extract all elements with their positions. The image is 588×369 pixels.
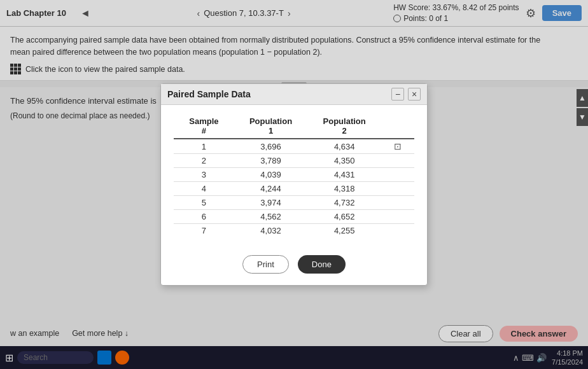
table-cell: 4,255: [307, 224, 381, 238]
data-table: Sample # Population 1 Population 2 13,69…: [174, 114, 414, 237]
table-cell: 4: [174, 182, 234, 196]
table-row: 53,9744,732: [174, 196, 414, 210]
table-row: 64,5624,652: [174, 210, 414, 224]
modal-body: Sample # Population 1 Population 2 13,69…: [161, 105, 427, 246]
table-cell: 2: [174, 154, 234, 168]
table-action-cell: [381, 210, 414, 224]
table-row: 44,2444,318: [174, 182, 414, 196]
table-action-cell: [381, 196, 414, 210]
done-button[interactable]: Done: [298, 255, 346, 274]
table-row: 23,7894,350: [174, 154, 414, 168]
table-row: 74,0324,255: [174, 224, 414, 238]
table-action-icon[interactable]: ⊡: [394, 141, 402, 151]
table-cell: 4,431: [307, 168, 381, 182]
col-header-action: [381, 114, 414, 139]
table-action-cell: ⊡: [381, 139, 414, 154]
table-cell: 6: [174, 210, 234, 224]
col-header-sample: Sample #: [174, 114, 234, 139]
table-row: 34,0394,431: [174, 168, 414, 182]
table-action-cell: [381, 224, 414, 238]
table-action-cell: [381, 168, 414, 182]
table-action-cell: [381, 154, 414, 168]
modal-overlay: Paired Sample Data − × Sample # Populati…: [0, 0, 588, 369]
table-cell: 7: [174, 224, 234, 238]
modal-controls: − ×: [391, 88, 421, 101]
table-action-cell: [381, 182, 414, 196]
print-button[interactable]: Print: [242, 255, 289, 274]
col-header-pop1: Population 1: [234, 114, 308, 139]
table-cell: 4,032: [234, 224, 308, 238]
modal-minimize-button[interactable]: −: [391, 88, 404, 101]
table-cell: 1: [174, 139, 234, 154]
modal-title: Paired Sample Data: [167, 89, 251, 99]
table-cell: 3: [174, 168, 234, 182]
table-cell: 3,696: [234, 139, 308, 154]
table-cell: 5: [174, 196, 234, 210]
table-row: 13,6964,634⊡: [174, 139, 414, 154]
table-cell: 3,789: [234, 154, 308, 168]
table-cell: 4,562: [234, 210, 308, 224]
col-header-pop2: Population 2: [307, 114, 381, 139]
paired-sample-modal: Paired Sample Data − × Sample # Populati…: [160, 83, 428, 286]
table-cell: 3,974: [234, 196, 308, 210]
modal-footer: Print Done: [161, 246, 427, 285]
modal-titlebar: Paired Sample Data − ×: [161, 84, 427, 105]
modal-close-button[interactable]: ×: [408, 88, 421, 101]
table-cell: 4,039: [234, 168, 308, 182]
table-cell: 4,652: [307, 210, 381, 224]
table-cell: 4,244: [234, 182, 308, 196]
table-cell: 4,634: [307, 139, 381, 154]
table-cell: 4,318: [307, 182, 381, 196]
table-cell: 4,732: [307, 196, 381, 210]
table-cell: 4,350: [307, 154, 381, 168]
